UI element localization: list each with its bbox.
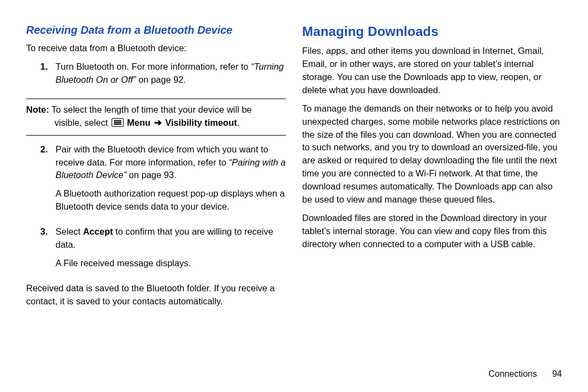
intro-text: To receive data from a Bluetooth device: — [26, 42, 286, 55]
step-3: 3. Select Accept to confirm that you are… — [40, 225, 286, 275]
left-column: Receiving Data from a Bluetooth Device T… — [26, 24, 286, 314]
page-footer: Connections94 — [488, 369, 562, 379]
arrow-icon: ➔ — [154, 117, 162, 130]
para-2: To manage the demands on their networks … — [302, 102, 562, 206]
step-1: 1. Turn Bluetooth on. For more informati… — [40, 60, 286, 92]
step-number: 2. — [40, 143, 56, 219]
step-3-text: Select Accept to confirm that you are wi… — [56, 225, 286, 252]
para-3: Downloaded files are stored in the Downl… — [302, 212, 562, 251]
step-2: 2. Pair with the Bluetooth device from w… — [40, 143, 286, 219]
step-1-text: Turn Bluetooth on. For more information,… — [56, 60, 286, 87]
note-label: Note: — [26, 105, 49, 114]
step-number: 1. — [40, 60, 56, 92]
step-2-text: Pair with the Bluetooth device from whic… — [56, 143, 286, 182]
menu-icon — [112, 118, 124, 127]
right-column: Managing Downloads Files, apps, and othe… — [302, 24, 562, 314]
step-2-detail: A Bluetooth authorization request pop-up… — [56, 187, 286, 213]
step-3-detail: A File received message displays. — [56, 257, 286, 270]
step-number: 3. — [40, 225, 56, 275]
closing-text: Received data is saved to the Bluetooth … — [26, 282, 286, 308]
subsection-heading: Receiving Data from a Bluetooth Device — [26, 24, 286, 36]
para-1: Files, apps, and other items you downloa… — [302, 45, 562, 97]
section-heading: Managing Downloads — [302, 24, 562, 39]
footer-page-number: 94 — [552, 369, 562, 378]
footer-section: Connections — [488, 369, 537, 378]
note-box: Note: To select the length of time that … — [26, 99, 286, 136]
